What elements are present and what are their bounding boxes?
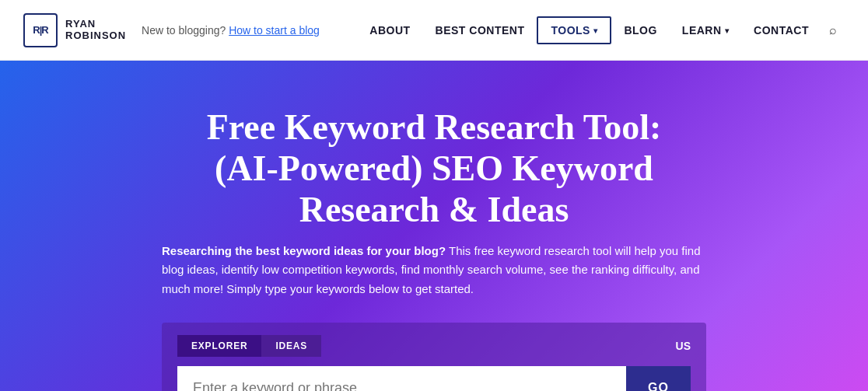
header: R|R RYAN ROBINSON New to blogging? How t…	[0, 0, 868, 61]
tagline-link[interactable]: How to start a blog	[229, 24, 320, 37]
nav-about[interactable]: ABOUT	[357, 18, 422, 43]
go-button[interactable]: GO	[626, 366, 691, 391]
nav-blog[interactable]: BLOG	[611, 18, 669, 43]
logo-text: RYAN ROBINSON	[65, 19, 126, 41]
hero-title: Free Keyword Research Tool: (AI-Powered)…	[162, 107, 706, 231]
tabs-row: EXPLORER IDEAS US	[177, 335, 691, 357]
logo-name-line2: ROBINSON	[65, 30, 126, 41]
hero-title-line1: Free Keyword Research Tool:	[207, 107, 662, 147]
nav-best-content[interactable]: BEST CONTENT	[423, 18, 537, 43]
hero-desc-bold: Researching the best keyword ideas for y…	[162, 244, 446, 257]
search-row: GO	[177, 366, 691, 391]
tagline-area: New to blogging? How to start a blog	[142, 24, 320, 37]
logo-name-line1: RYAN	[65, 19, 126, 30]
search-icon[interactable]: ⌕	[821, 17, 845, 44]
country-selector[interactable]: US	[676, 340, 691, 352]
nav-learn[interactable]: LEARN ▾	[670, 18, 741, 43]
keyword-tabs: EXPLORER IDEAS	[177, 335, 321, 357]
nav-tools[interactable]: TOOLS ▾	[537, 16, 611, 44]
main-nav: ABOUT BEST CONTENT TOOLS ▾ BLOG LEARN ▾ …	[357, 16, 845, 44]
logo-icon: R|R	[23, 13, 58, 47]
learn-chevron-icon: ▾	[725, 26, 730, 35]
hero-section: Free Keyword Research Tool: (AI-Powered)…	[0, 61, 868, 391]
search-container: EXPLORER IDEAS US GO Examples: Californi…	[162, 323, 706, 391]
hero-title-line2: (AI-Powered) SEO Keyword Research & Idea…	[215, 148, 653, 229]
tools-chevron-icon: ▾	[593, 26, 598, 35]
hero-content: Free Keyword Research Tool: (AI-Powered)…	[162, 107, 706, 391]
keyword-search-input[interactable]	[177, 366, 626, 391]
tagline-text: New to blogging?	[142, 24, 226, 37]
tab-ideas[interactable]: IDEAS	[261, 335, 321, 357]
tab-explorer[interactable]: EXPLORER	[177, 335, 261, 357]
hero-description: Researching the best keyword ideas for y…	[162, 242, 706, 299]
logo-area: R|R RYAN ROBINSON	[23, 13, 126, 47]
nav-contact[interactable]: CONTACT	[741, 18, 821, 43]
